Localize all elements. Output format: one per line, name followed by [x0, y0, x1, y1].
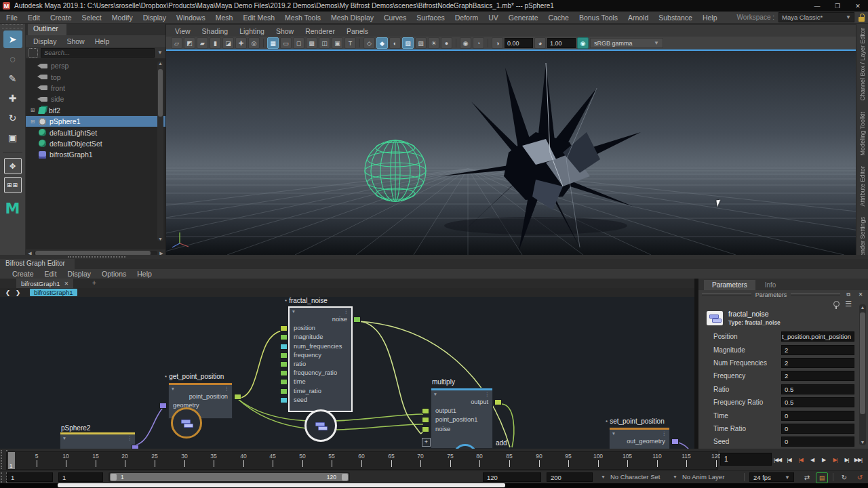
animation-preferences-button[interactable]: ↻ [839, 472, 850, 482]
outliner-vertical-scrollbar[interactable]: ▲ ▼ [157, 61, 163, 241]
kebab-icon[interactable]: ⋮ [344, 308, 349, 314]
param-field-time-ratio[interactable]: 0 [781, 424, 854, 434]
graph-editor-title[interactable]: Bifrost Graph Editor [0, 259, 75, 270]
kebab-icon[interactable]: ⋮ [127, 435, 133, 441]
port-position[interactable] [280, 325, 288, 331]
oversampling-icon[interactable]: ◎ [248, 37, 260, 49]
menu-cache[interactable]: Cache [549, 14, 569, 22]
shadows-icon[interactable]: ▧ [415, 37, 427, 49]
lock-icon[interactable] [859, 14, 865, 22]
port-row-noise[interactable]: noise [431, 425, 492, 434]
port-frequency-ratio[interactable] [280, 370, 288, 376]
port-out-geometry[interactable] [671, 439, 679, 445]
kebab-icon[interactable]: ⋮ [662, 430, 667, 436]
graph-menu-options[interactable]: Options [102, 270, 126, 278]
gate-mask-icon[interactable]: ▩ [306, 37, 317, 49]
param-field-magnitude[interactable]: 2 [781, 345, 854, 355]
new-tab-button[interactable]: + [92, 279, 96, 287]
port-ratio[interactable] [280, 361, 288, 367]
port-noise[interactable] [422, 426, 429, 432]
workspace-dropdown[interactable]: Maya Classic* ▼ [778, 12, 854, 22]
select-camera-icon[interactable]: ▱ [171, 37, 182, 49]
image-plane-icon[interactable]: ◪ [222, 37, 234, 49]
menu-surfaces[interactable]: Surfaces [416, 14, 444, 22]
step-forward-key-button[interactable]: ▶| [829, 451, 841, 468]
graph-menu-help[interactable]: Help [137, 270, 152, 278]
outliner-menu-show[interactable]: Show [66, 37, 84, 45]
menu-arnold[interactable]: Arnold [628, 14, 648, 22]
menu-mesh-tools[interactable]: Mesh Tools [285, 14, 321, 22]
viewport-menu-lighting[interactable]: Lighting [239, 27, 264, 35]
go-to-end-button[interactable]: ▶▶| [852, 451, 864, 468]
move-tool[interactable]: ✚ [3, 89, 22, 107]
toolbox-grip[interactable] [2, 24, 23, 28]
collapse-icon[interactable]: ▾ [434, 391, 437, 397]
port-row-ratio[interactable]: ratio [290, 360, 351, 369]
port-row-magnitude[interactable]: magnitude [290, 333, 351, 342]
kebab-icon[interactable]: ⋮ [224, 386, 230, 392]
param-field-frequency[interactable]: 2 [781, 371, 854, 381]
param-field-position[interactable]: nt_position.point_position [781, 331, 854, 342]
auto-keyframe-button[interactable]: ↺ [854, 472, 865, 482]
collapse-icon[interactable]: ▾ [292, 308, 295, 314]
menu-help[interactable]: Help [703, 14, 717, 22]
outliner-item-top[interactable]: top [26, 71, 165, 82]
maximize-button[interactable]: ❐ [827, 0, 848, 12]
lock-camera-icon[interactable]: ◩ [184, 37, 195, 49]
grid-icon[interactable]: ▦ [267, 37, 279, 49]
menu-uv[interactable]: UV [488, 14, 498, 22]
port-output[interactable] [494, 399, 502, 405]
port-row-frequency[interactable]: frequency [290, 351, 351, 360]
menu-display[interactable]: Display [143, 14, 166, 22]
step-back-key-button[interactable]: |◀ [795, 451, 806, 468]
menu-windows[interactable]: Windows [176, 14, 205, 22]
xray-icon[interactable]: ◔ [473, 37, 484, 49]
film-gate-icon[interactable]: ▭ [280, 37, 292, 49]
menu-file[interactable]: File [6, 14, 18, 22]
shaded-icon[interactable]: ◆ [376, 37, 388, 49]
close-button[interactable]: ✕ [848, 0, 868, 12]
port-time[interactable] [280, 379, 288, 385]
port-row-frequency-ratio[interactable]: frequency_ratio [290, 369, 351, 378]
play-forwards-button[interactable]: ▶ [818, 451, 829, 468]
viewport-menu-shading[interactable]: Shading [202, 27, 229, 35]
parameters-scrollbar[interactable]: ▲ ▼ [859, 304, 866, 445]
rotate-tool[interactable]: ↻ [3, 109, 22, 127]
param-field-seed[interactable]: 0 [781, 436, 854, 447]
port-output1[interactable] [422, 408, 429, 414]
viewport-menu-renderer[interactable]: Renderer [305, 27, 335, 35]
outliner-item-bifrostgraph1[interactable]: bifrostGraph1 [26, 149, 165, 160]
port-row-time[interactable]: time [290, 378, 351, 386]
color-management-icon[interactable]: ◉ [577, 37, 589, 49]
gamma-field[interactable]: 1.00 [547, 38, 576, 48]
wireframe-sphere[interactable] [365, 140, 426, 201]
menu-edit-mesh[interactable]: Edit Mesh [243, 14, 275, 22]
node-icon-fractal-noise[interactable] [304, 409, 337, 442]
param-field-ratio[interactable]: 0.5 [781, 384, 854, 394]
port-row-out-geometry[interactable]: out_geometry [610, 437, 669, 446]
graph-tab[interactable]: bifrostGraph1 ✕ [16, 279, 73, 288]
collapse-icon[interactable]: ▾ [172, 386, 174, 392]
range-end-handle[interactable] [342, 474, 348, 481]
port-point-position1[interactable] [422, 417, 429, 423]
step-back-frame-button[interactable]: |◀ [783, 451, 795, 468]
node-multiply[interactable]: ▾⋮ outputoutput1point_position1noise + [431, 388, 493, 449]
range-start-handle[interactable] [111, 474, 117, 481]
outliner-item-front[interactable]: front [26, 83, 165, 94]
loop-toggle-button[interactable]: ⇄ [802, 472, 812, 482]
outliner-menu-help[interactable]: Help [95, 37, 110, 45]
outliner-item-bif2[interactable]: ⊞bif2 [26, 105, 165, 116]
chevron-down-icon[interactable]: ▼ [673, 474, 677, 479]
search-input[interactable] [41, 48, 155, 58]
current-frame-indicator[interactable]: 1 [8, 452, 15, 469]
paint-select-tool[interactable]: ✎ [3, 70, 22, 87]
layout-single-pane-button[interactable]: ✥ [4, 158, 22, 174]
anim-start-field[interactable]: 1 [7, 472, 53, 482]
viewport-menu-view[interactable]: View [175, 27, 191, 35]
motion-blur-icon[interactable]: ● [441, 37, 452, 49]
port-num-frequencies[interactable] [280, 344, 288, 350]
viewport-menu-show[interactable]: Show [276, 27, 294, 35]
port-magnitude[interactable] [280, 334, 288, 340]
menu-create[interactable]: Create [50, 14, 72, 22]
ambient-occlusion-icon[interactable]: ☀ [428, 37, 439, 49]
